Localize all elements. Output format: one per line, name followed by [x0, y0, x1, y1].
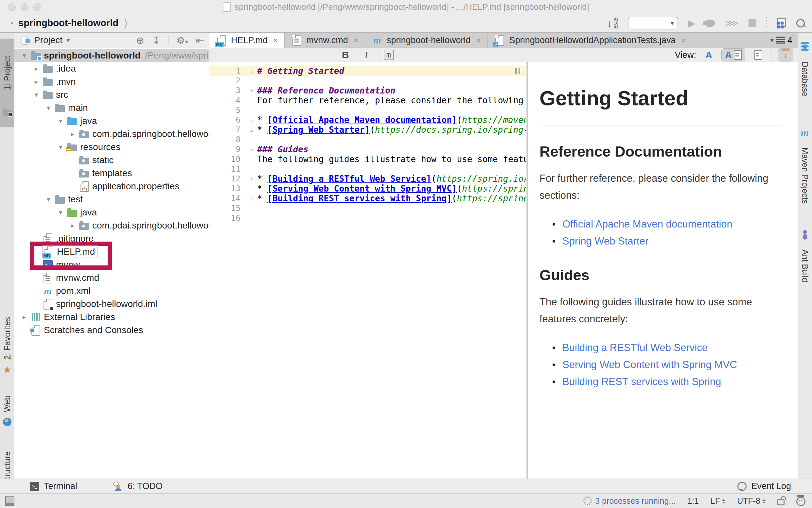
tree-item-com-pdai-springboot-helloworld[interactable]: ▸com.pdai.springboot.helloworld [14, 127, 209, 140]
auto-scroll-button[interactable]: ↓ [778, 48, 793, 61]
tree-chevron-icon[interactable]: ▸ [18, 313, 30, 321]
tree-item-springboot-helloworld[interactable]: ▾springboot-helloworld /Peng/www/springb… [14, 49, 209, 62]
hide-panel-button[interactable]: ⇤ [196, 35, 204, 46]
stop-button[interactable] [748, 19, 757, 27]
fold-marker-icon[interactable]: ▵ [246, 127, 257, 133]
tree-chevron-icon[interactable]: ▾ [30, 91, 42, 99]
collapse-all-button[interactable]: ↧ [152, 35, 160, 46]
tool-button-database[interactable]: Database [798, 41, 812, 122]
tree-item-resources[interactable]: ▾resources [14, 140, 209, 154]
code-line-6[interactable]: 6▿* [Official Apache Maven documentation… [209, 115, 526, 125]
debug-button[interactable] [705, 19, 715, 27]
tree-chevron-icon[interactable]: ▸ [30, 78, 42, 86]
tree-item-springboot-helloworld-iml[interactable]: springboot-helloworld.iml [14, 297, 209, 310]
tree-item-main[interactable]: ▾main [14, 101, 209, 115]
close-tab-icon[interactable]: × [273, 35, 278, 45]
code-line-2[interactable]: 2 [209, 76, 526, 86]
search-everywhere-button[interactable] [796, 19, 805, 28]
hidden-tabs-icon[interactable] [776, 37, 785, 44]
view-split-button[interactable]: A [721, 48, 745, 61]
code-line-1[interactable]: 1▿# Getting Started [209, 66, 526, 76]
code-line-15[interactable]: 15 [209, 203, 526, 213]
editor-tab-help-md[interactable]: MDHELP.md× [209, 33, 285, 48]
code-line-7[interactable]: 7▵* [Spring Web Starter](https://docs.sp… [209, 125, 526, 135]
encoding-select[interactable]: UTF-8 [737, 496, 766, 506]
close-tab-icon[interactable]: × [353, 35, 358, 45]
code-line-8[interactable]: 8 [209, 135, 526, 144]
italic-button[interactable]: I [365, 49, 368, 60]
tool-button-project[interactable]: 1: Project [0, 39, 14, 127]
background-processes-link[interactable]: 3 processes running... [583, 496, 675, 506]
code-line-4[interactable]: 4For further reference, please consider … [209, 95, 526, 105]
code-line-13[interactable]: 13* [Serving Web Content with Spring MVC… [209, 184, 526, 194]
chevron-down-icon[interactable]: ▾ [770, 36, 774, 44]
code-button[interactable]: m [384, 50, 394, 60]
tool-button-web[interactable]: Web [0, 392, 14, 435]
code-line-11[interactable]: 11 [209, 164, 526, 174]
tree-item-help-md[interactable]: MDHELP.md [14, 245, 209, 258]
tree-item-mvnw-cmd[interactable]: mvnw.cmd [14, 271, 209, 284]
inspection-profile-icon[interactable] [796, 497, 806, 506]
tool-button-terminal[interactable]: >_ Terminal [30, 481, 77, 491]
view-editor-only-button[interactable]: A [702, 49, 716, 61]
tree-chevron-icon[interactable]: ▾ [42, 104, 54, 112]
preview-link[interactable]: Official Apache Maven documentation [563, 216, 733, 233]
tree-chevron-icon[interactable]: ▸ [67, 130, 79, 138]
zoom-window-button[interactable] [33, 3, 41, 11]
coverage-button[interactable]: ⋙ [725, 18, 739, 28]
breadcrumb[interactable]: springboot-helloworld ⟩ [11, 17, 128, 30]
tool-button-todo[interactable]: 6: TODO [113, 481, 163, 491]
preview-link[interactable]: Serving Web Content with Spring MVC [563, 356, 737, 373]
lock-icon[interactable] [777, 499, 784, 505]
project-panel-title[interactable]: Project [34, 35, 63, 45]
close-window-button[interactable] [8, 3, 16, 11]
chevron-down-icon[interactable]: ▾ [67, 36, 70, 44]
tree-item-pom-xml[interactable]: mpom.xml [14, 284, 209, 297]
editor-tab-mvnw-cmd[interactable]: mvnw.cmd× [285, 33, 365, 48]
code-line-5[interactable]: 5 [209, 105, 526, 115]
tree-item-scratches-and-consoles[interactable]: Scratches and Consoles [14, 324, 209, 337]
tree-item-static[interactable]: static [14, 154, 209, 167]
tree-item-src[interactable]: ▾src [14, 88, 209, 101]
tree-item-java[interactable]: ▾java [14, 115, 209, 127]
tree-item-application-properties[interactable]: application.properties [14, 180, 209, 193]
fold-marker-icon[interactable]: ▿ [246, 146, 257, 153]
event-log-button[interactable]: Event Log [737, 481, 791, 491]
tree-chevron-icon[interactable]: ▾ [42, 196, 54, 203]
editor-tab-springboot-helloworld[interactable]: mspringboot-helloworld× [365, 33, 488, 48]
tree-item-external-libraries[interactable]: ▸External Libraries [14, 310, 209, 324]
code-line-14[interactable]: 14▵* [Building REST services with Spring… [209, 194, 526, 203]
tree-item-com-pdai-springboot-helloworld[interactable]: ▸com.pdai.springboot.helloworld [14, 219, 209, 232]
tab-overflow-controls[interactable]: ▾ 4 [770, 33, 798, 48]
preview-link[interactable]: Building REST services with Spring [563, 373, 721, 390]
tree-item-java[interactable]: ▾java [14, 206, 209, 219]
caret-position[interactable]: 1:1 [687, 496, 699, 506]
code-line-3[interactable]: 3▿### Reference Documentation [209, 86, 526, 95]
bold-button[interactable]: B [342, 49, 349, 60]
tree-chevron-icon[interactable]: ▾ [54, 117, 67, 125]
fold-marker-icon[interactable]: ▿ [246, 87, 257, 94]
preview-link[interactable]: Building a RESTful Web Service [563, 339, 708, 356]
fold-marker-icon[interactable]: ▿ [246, 117, 257, 124]
minimize-window-button[interactable] [21, 3, 29, 11]
update-project-button[interactable]: ↓ 011001 [607, 17, 618, 29]
tool-window-toggle-icon[interactable] [5, 496, 14, 506]
tree-chevron-icon[interactable]: ▸ [30, 65, 42, 73]
tree-chevron-icon[interactable]: ▾ [54, 209, 67, 216]
tool-button-favorites[interactable]: 2: Favorites ★ [0, 314, 14, 379]
view-preview-only-button[interactable] [751, 49, 766, 61]
tree-chevron-icon[interactable]: ▾ [18, 52, 30, 59]
preview-link[interactable]: Spring Web Starter [563, 233, 648, 250]
editor-tab-springboothelloworldapplicationtests-java[interactable]: JSpringbootHelloworldApplicationTests.ja… [488, 33, 693, 48]
tree-item-templates[interactable]: templates [14, 167, 209, 180]
window-controls[interactable] [8, 3, 41, 11]
run-button[interactable]: ▶ [688, 18, 695, 28]
code-line-16[interactable]: 16 [209, 213, 526, 223]
markdown-preview-pane[interactable]: Getting Started Reference Documentation … [528, 62, 798, 478]
close-tab-icon[interactable]: × [681, 35, 686, 45]
code-line-12[interactable]: 12▿* [Building a RESTful Web Service](ht… [209, 174, 526, 184]
fold-marker-icon[interactable]: ▵ [246, 195, 257, 202]
tree-item--mvn[interactable]: ▸.mvn [14, 75, 209, 88]
fold-marker-icon[interactable]: ▿ [246, 68, 257, 75]
tree-item--idea[interactable]: ▸.idea [14, 62, 209, 75]
